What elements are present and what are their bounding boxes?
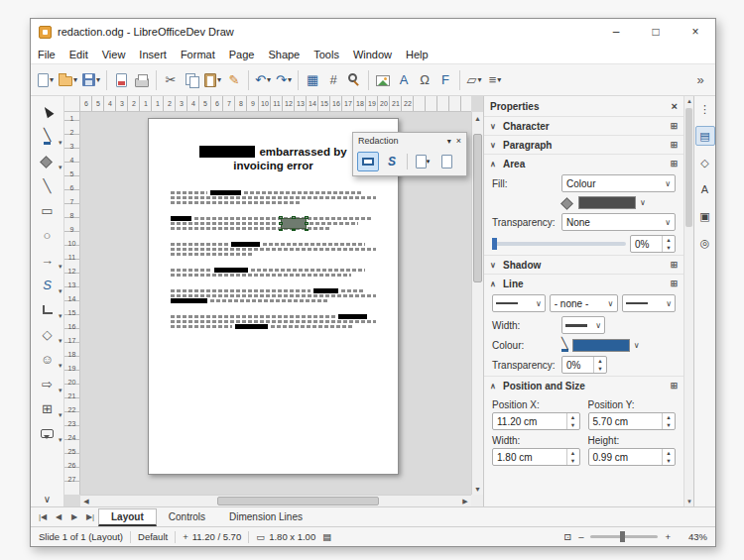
insert-image-button[interactable] [373,68,393,92]
title-bar[interactable]: redaction.odg - LibreOfficeDev Draw – □ … [31,19,715,45]
horizontal-ruler[interactable]: 6543211234567891011121314151617181920212… [80,96,471,112]
callout-shapes-dropdown[interactable]: ▾ [59,436,62,444]
spin-up-icon[interactable]: ▲ [567,413,579,421]
paste-dropdown[interactable]: ▾ [217,75,221,84]
sidebar-close-icon[interactable]: × [672,100,678,112]
lines-arrows-button[interactable]: →▾ [34,248,62,273]
copy-button[interactable] [182,68,201,92]
vertical-ruler[interactable]: 1234567891011121314151617181920212223242… [64,112,80,495]
chevron-up-icon[interactable]: ∧ [490,382,498,391]
last-layer-button[interactable]: ▶| [82,512,98,521]
paragraph-dialog-launcher-icon[interactable]: ⊞ [670,140,678,150]
horizontal-scrollbar[interactable]: ◀ ▶ [80,495,471,506]
scroll-up-icon[interactable]: ▲ [472,112,483,124]
spin-down-icon[interactable]: ▼ [663,244,675,252]
section-paragraph[interactable]: ∨ Paragraph ⊞ [484,135,683,154]
display-grid-button[interactable]: ▦ [303,68,322,92]
symbol-shapes-dropdown[interactable]: ▾ [59,362,62,370]
save-button[interactable]: ▾ [80,68,102,92]
selection-handle[interactable] [279,229,283,232]
line-end-style-select[interactable]: ∨ [622,294,676,312]
chevron-down-icon[interactable]: ∨ [490,141,498,150]
zoom-button[interactable] [344,68,364,92]
line-width-select[interactable]: ∨ [561,316,605,334]
menu-view[interactable]: View [95,47,133,62]
zoom-level[interactable]: 43% [678,531,707,542]
tab-layout[interactable]: Layout [98,508,157,526]
spinner-arrows[interactable]: ▲▼ [662,413,675,429]
spin-down-icon[interactable]: ▼ [567,457,579,465]
arrange-button[interactable]: ≡▾ [485,68,505,92]
first-layer-button[interactable]: |◀ [35,512,51,521]
minimize-button[interactable]: – [596,19,636,45]
line-transparency-spinner[interactable]: 0% ▲▼ [561,356,607,374]
character-dialog-launcher-icon[interactable]: ⊞ [670,121,678,131]
line-color-button[interactable]: ╲▾ [34,124,62,149]
area-dialog-launcher-icon[interactable]: ⊞ [670,159,678,168]
vertical-scroll-thumb[interactable] [473,134,482,282]
curves-polygons-button[interactable]: S▾ [34,273,62,297]
menu-shape[interactable]: Shape [261,47,307,62]
fill-color-dropdown[interactable]: ∨ [640,198,646,207]
horizontal-scroll-track[interactable] [92,496,459,506]
selection-handle[interactable] [279,222,283,225]
transparency-slider-thumb[interactable] [492,238,497,250]
menu-page[interactable]: Page [222,47,262,62]
basic-shapes-button[interactable]: ◇▾ [34,322,62,347]
width-input[interactable]: 1.80 cm ▲▼ [492,448,580,466]
transformations-button[interactable]: ▱▾ [464,68,484,92]
maximize-button[interactable]: □ [636,19,676,45]
position-x-input[interactable]: 11.20 cm ▲▼ [492,412,580,430]
redo-dropdown[interactable]: ▾ [288,75,292,84]
chevron-down-icon[interactable]: ∨ [490,261,498,270]
next-layer-button[interactable]: ▶ [66,512,82,521]
fill-color-swatch[interactable] [578,196,636,209]
redaction-toolbar-menu-dropdown[interactable]: ▾ [447,137,451,146]
block-arrows-dropdown[interactable]: ▾ [59,387,62,394]
sidebar-scrollbar[interactable]: ▲ ▼ [683,96,693,506]
spin-up-icon[interactable]: ▲ [663,413,675,421]
spin-down-icon[interactable]: ▼ [567,421,579,429]
transparency-type-select[interactable]: None ∨ [561,213,676,231]
selection-handle[interactable] [279,216,283,219]
export-white-redaction-button[interactable]: ▾ [412,152,434,171]
select-tool-button[interactable] [34,99,62,124]
selection-handle[interactable] [292,229,296,232]
export-black-redaction-button[interactable] [435,152,457,171]
symbol-shapes-button[interactable]: ☺▾ [34,347,62,372]
clone-formatting-button[interactable]: ✎ [224,68,244,92]
vertical-scrollbar[interactable]: ▲ ▼ [471,112,483,495]
section-line[interactable]: ∧ Line ⊞ [484,274,683,292]
rectangle-redaction-button[interactable] [357,152,379,171]
menu-window[interactable]: Window [346,47,399,62]
spin-down-icon[interactable]: ▼ [594,365,606,373]
open-dropdown[interactable]: ▾ [73,75,77,84]
redaction-floating-toolbar[interactable]: Redaction ▾ × S ▾ [352,132,467,176]
flowchart-shapes-dropdown[interactable]: ▾ [59,411,62,419]
export-pdf-button[interactable] [111,68,131,92]
position-size-dialog-launcher-icon[interactable]: ⊞ [670,381,678,391]
horizontal-scroll-thumb[interactable] [217,497,379,505]
line-style-select[interactable]: ∨ [492,294,546,312]
zoom-fit-icon[interactable]: ⊡ [563,531,571,542]
spin-down-icon[interactable]: ▼ [663,457,675,465]
save-state-icon[interactable]: ▤ [322,531,331,542]
arrange-dropdown[interactable]: ▾ [497,75,501,84]
menu-tools[interactable]: Tools [307,47,346,62]
fill-color-button[interactable]: ▾ [34,149,62,173]
chevron-up-icon[interactable]: ∧ [490,160,498,168]
line-color-dropdown[interactable]: ▾ [59,139,62,147]
drawing-toolbar-overflow-button[interactable]: ∨ [44,494,51,504]
zoom-slider-thumb[interactable] [620,531,625,542]
menu-edit[interactable]: Edit [62,47,95,62]
menu-file[interactable]: File [31,47,62,62]
section-shadow[interactable]: ∨ Shadow ⊞ [484,255,683,274]
line-color-swatch[interactable] [572,339,630,352]
menu-help[interactable]: Help [399,47,435,62]
line-color-dropdown[interactable]: ∨ [634,341,640,350]
selection-handle[interactable] [292,216,296,219]
fontwork-button[interactable]: F [435,68,455,92]
height-input[interactable]: 0.99 cm ▲▼ [588,448,677,466]
cut-button[interactable]: ✂ [161,68,181,92]
fill-type-select[interactable]: Colour ∨ [561,174,676,192]
